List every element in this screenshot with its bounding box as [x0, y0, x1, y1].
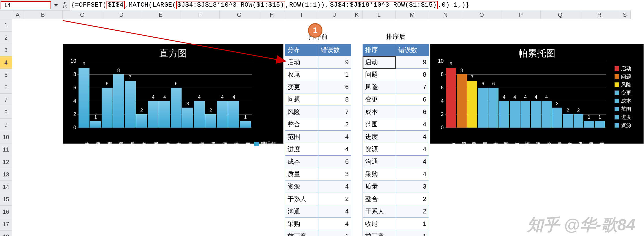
table-cell[interactable]: 风险	[285, 106, 318, 118]
table-row[interactable]: 整合2	[285, 118, 351, 131]
table-cell[interactable]: 6	[318, 156, 351, 168]
table-cell[interactable]: 成本	[363, 106, 396, 118]
table-cell[interactable]: 干系人	[285, 193, 318, 205]
col-header-S[interactable]: S	[619, 10, 631, 19]
name-box[interactable]: L4	[1, 1, 51, 9]
table-row[interactable]: 资源4	[285, 180, 351, 193]
table-row[interactable]: 启动9	[363, 56, 429, 69]
table-row[interactable]: 变更6	[285, 81, 351, 93]
table-cell[interactable]: 整合	[363, 193, 396, 205]
table-cell[interactable]: 8	[318, 93, 351, 106]
table-cell[interactable]: 2	[318, 118, 351, 131]
table-cell[interactable]: 启动	[363, 56, 396, 69]
row-header-14[interactable]: 14	[0, 181, 12, 193]
table-cell[interactable]: 采购	[285, 218, 318, 230]
table-cell[interactable]: 1	[318, 230, 351, 236]
row-header-6[interactable]: 6	[0, 81, 12, 94]
row-header-15[interactable]: 15	[0, 193, 12, 206]
col-header-R[interactable]: R	[580, 10, 619, 19]
table-cell[interactable]: 1	[318, 69, 351, 81]
table-cell[interactable]: 变更	[285, 81, 318, 93]
table-cell[interactable]: 2	[396, 193, 429, 205]
histogram-chart[interactable]: 直方图0246810916872446342441启动收尾变更问题风险整合范围进…	[63, 44, 283, 144]
table-row[interactable]: 进度4	[363, 131, 429, 143]
pareto-chart[interactable]: 帕累托图0246810987664444432211启动问题风险变更成本范围进度…	[430, 44, 644, 144]
table-cell[interactable]: 质量	[363, 180, 396, 193]
col-header-Q[interactable]: Q	[541, 10, 580, 19]
table-cell[interactable]: 2	[396, 205, 429, 218]
col-header-L[interactable]: L	[363, 10, 396, 19]
col-header-M[interactable]: M	[396, 10, 429, 19]
table-cell[interactable]: 1	[396, 218, 429, 230]
row-header-11[interactable]: 11	[0, 143, 12, 156]
table-row[interactable]: 范围4	[363, 118, 429, 131]
table-row[interactable]: 收尾1	[285, 69, 351, 81]
table-row[interactable]: 收尾1	[363, 218, 429, 230]
table-row[interactable]: 干系人2	[363, 205, 429, 218]
table-row[interactable]: 采购4	[285, 218, 351, 230]
table-cell[interactable]: 进度	[285, 143, 318, 156]
table-row[interactable]: 干系人2	[285, 193, 351, 205]
row-header-16[interactable]: 16	[0, 206, 12, 218]
table-cell[interactable]: 3	[396, 180, 429, 193]
row-header-8[interactable]: 8	[0, 106, 12, 119]
col-header-F[interactable]: F	[180, 10, 220, 19]
table-cell[interactable]: 6	[318, 81, 351, 93]
col-header-N[interactable]: N	[429, 10, 462, 19]
table-row[interactable]: 问题8	[285, 93, 351, 106]
table-cell[interactable]: 沟通	[285, 205, 318, 218]
col-header-I[interactable]: I	[285, 10, 318, 19]
table-row[interactable]: 前三章1	[363, 230, 429, 236]
table-row[interactable]: 采购4	[363, 168, 429, 180]
table-cell[interactable]: 4	[318, 205, 351, 218]
table-cell[interactable]: 9	[318, 56, 351, 69]
row-header-1[interactable]: 1	[0, 19, 12, 32]
table-row[interactable]: 质量3	[285, 168, 351, 180]
table-row[interactable]: 变更6	[363, 93, 429, 106]
row-header-3[interactable]: 3	[0, 44, 12, 56]
table-cell[interactable]: 9	[396, 56, 429, 69]
table-cell[interactable]: 4	[396, 131, 429, 143]
table-cell[interactable]: 4	[396, 143, 429, 156]
row-header-7[interactable]: 7	[0, 94, 12, 106]
table-cell[interactable]: 4	[318, 131, 351, 143]
col-header-B[interactable]: B	[23, 10, 63, 19]
col-header-D[interactable]: D	[102, 10, 141, 19]
table-row[interactable]: 资源4	[363, 143, 429, 156]
table-row[interactable]: 整合2	[363, 193, 429, 205]
table-cell[interactable]: 收尾	[363, 218, 396, 230]
table-cell[interactable]: 前三章	[285, 230, 318, 236]
table-row[interactable]: 成本6	[285, 156, 351, 168]
table-row[interactable]: 质量3	[363, 180, 429, 193]
col-header-A[interactable]: A	[12, 10, 23, 19]
table-cell[interactable]: 问题	[363, 69, 396, 81]
table-cell[interactable]: 资源	[363, 143, 396, 156]
table-cell[interactable]: 整合	[285, 118, 318, 131]
table-cell[interactable]: 4	[318, 218, 351, 230]
col-header-E[interactable]: E	[141, 10, 180, 19]
table-cell[interactable]: 成本	[285, 156, 318, 168]
table-row[interactable]: 进度4	[285, 143, 351, 156]
name-box-dropdown-icon[interactable]	[52, 0, 60, 10]
table-cell[interactable]: 4	[396, 156, 429, 168]
table-cell[interactable]: 收尾	[285, 69, 318, 81]
row-header-10[interactable]: 10	[0, 131, 12, 143]
col-header-G[interactable]: G	[220, 10, 259, 19]
row-header-4[interactable]: 4	[0, 56, 12, 69]
table-cell[interactable]: 前三章	[363, 230, 396, 236]
table-cell[interactable]: 4	[318, 180, 351, 193]
table-row[interactable]: 风险7	[363, 81, 429, 93]
fx-icon[interactable]: fx	[60, 1, 70, 9]
table-cell[interactable]: 进度	[363, 131, 396, 143]
table-cell[interactable]: 1	[396, 230, 429, 236]
table-row[interactable]: 沟通4	[363, 156, 429, 168]
table-row[interactable]: 启动9	[285, 56, 351, 69]
row-header-5[interactable]: 5	[0, 69, 12, 81]
row-header-2[interactable]: 2	[0, 32, 12, 44]
table-cell[interactable]: 2	[318, 193, 351, 205]
table-cell[interactable]: 干系人	[363, 205, 396, 218]
row-header-17[interactable]: 17	[0, 218, 12, 231]
table-cell[interactable]: 沟通	[363, 156, 396, 168]
select-all-corner[interactable]	[0, 10, 12, 19]
table-cell[interactable]: 变更	[363, 93, 396, 106]
